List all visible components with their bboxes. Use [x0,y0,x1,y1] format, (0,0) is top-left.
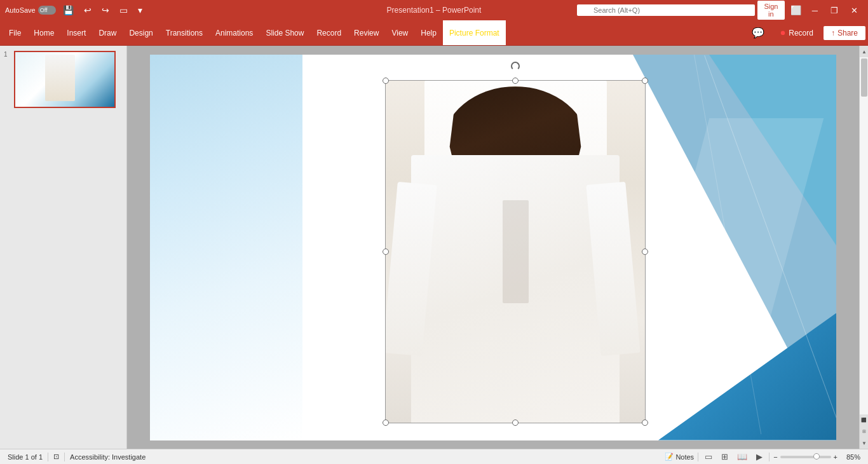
fit-slide-button[interactable]: ⬛ [860,414,869,426]
slide-thumbnail-1[interactable] [14,51,116,108]
autosave-toggle-switch[interactable]: Off [38,6,56,15]
tab-home[interactable]: Home [27,20,60,45]
vertical-scrollbar[interactable]: ▲ ⬛ ⊞ ▼ [859,46,868,449]
handle-bottom-left[interactable] [383,420,389,426]
tab-review[interactable]: Review [348,20,385,45]
handle-bottom-center[interactable] [512,420,519,426]
title-bar-right: 🔍 Sign in ⬜ ─ ❐ ✕ [577,1,863,20]
close-button[interactable]: ✕ [846,4,863,17]
title-text: Presentation1 – PowerPoint [387,6,482,15]
search-wrap: 🔍 [577,4,755,16]
slide-sorter-button[interactable]: ⊞ [719,451,731,462]
thumb-bg [15,52,114,107]
status-separator-3 [698,453,698,461]
autosave-label: AutoSave [5,6,36,14]
tab-record[interactable]: Record [310,20,348,45]
selection-box [385,80,646,423]
autosave-state: Off [38,7,48,13]
notes-label: Notes [675,453,694,461]
scroll-up-arrow[interactable]: ▲ [860,46,868,57]
zoom-in-icon[interactable]: + [834,453,837,461]
slide-thumb-1[interactable]: 1 [4,51,123,108]
ribbon-record-button[interactable]: ⏺ Record [773,29,820,38]
handle-top-right[interactable] [642,78,648,84]
scroll-thumb[interactable] [861,58,867,97]
minimize-button[interactable]: ─ [807,4,823,17]
present-button[interactable]: ▭ [116,4,131,17]
main-area: 1 [0,46,868,449]
slide-bg-left [150,55,302,440]
accessibility-label: Accessibility: Investigate [70,453,146,461]
search-input[interactable] [577,4,755,16]
undo-button[interactable]: ↩ [81,4,95,17]
ribbon-display-button[interactable]: ⬜ [787,4,804,17]
status-bar: Slide 1 of 1 ⊡ Accessibility: Investigat… [0,449,868,464]
window-title: Presentation1 – PowerPoint [291,6,577,15]
save-button[interactable]: 💾 [60,4,77,17]
record-circle-icon: ⏺ [780,29,786,36]
zoom-level[interactable]: 85% [840,453,860,461]
comments-icon[interactable]: 💬 [747,27,770,39]
customize-button[interactable]: ▾ [135,4,146,17]
handle-bottom-right[interactable] [642,420,648,426]
reading-view-button[interactable]: 📖 [735,451,750,462]
handle-middle-right[interactable] [642,249,648,255]
handle-middle-left[interactable] [383,249,389,255]
fit-icon: ⊡ [53,453,59,461]
tab-draw[interactable]: Draw [92,20,123,45]
thumb-figure [45,55,75,101]
zoom-slider-thumb[interactable] [813,453,820,460]
autosave-toggle[interactable]: AutoSave Off [5,6,56,15]
handle-top-left[interactable] [383,78,389,84]
share-icon: ↑ [831,29,835,38]
share-btn-label: Share [837,29,858,38]
tab-slideshow[interactable]: Slide Show [259,20,310,45]
slideshow-view-button[interactable]: ▶ [754,451,765,462]
tab-insert[interactable]: Insert [60,20,92,45]
status-left: Slide 1 of 1 ⊡ Accessibility: Investigat… [8,453,657,461]
tab-view[interactable]: View [385,20,414,45]
scroll-down-arrow[interactable]: ▼ [860,437,868,449]
normal-view-button[interactable]: ▭ [702,451,715,462]
handle-top-center[interactable] [512,78,519,84]
share-button[interactable]: ↑ Share [824,26,865,40]
status-separator-1 [48,453,48,461]
ribbon: File Home Insert Draw Design Transitions… [0,20,868,46]
status-right: 📝 Notes ▭ ⊞ 📖 ▶ − + 85% [665,451,860,462]
selected-image[interactable] [385,80,646,423]
slide-number-1: 1 [4,51,11,58]
ribbon-right: 💬 ⏺ Record ↑ Share [747,20,865,45]
record-btn-label: Record [789,29,813,38]
fit-all-button[interactable]: ⊞ [860,426,869,437]
rotate-handle[interactable] [511,62,520,71]
tab-animations[interactable]: Animations [209,20,259,45]
title-bar: AutoSave Off 💾 ↩ ↪ ▭ ▾ Presentation1 – P… [0,0,868,20]
zoom-area: − + 85% [773,453,860,461]
notes-button[interactable]: 📝 Notes [665,453,694,461]
zoom-slider[interactable] [780,456,831,458]
notes-icon: 📝 [665,453,674,461]
status-separator-2 [64,453,65,461]
tab-file[interactable]: File [3,20,27,45]
tab-design[interactable]: Design [123,20,159,45]
redo-button[interactable]: ↪ [98,4,112,17]
title-bar-left: AutoSave Off 💾 ↩ ↪ ▭ ▾ [5,4,291,17]
tab-transitions[interactable]: Transitions [159,20,209,45]
fit-slide-status[interactable]: ⊡ [53,453,59,461]
slide-info: Slide 1 of 1 [8,453,43,461]
scroll-track[interactable] [860,57,868,414]
canvas-area [127,46,859,449]
tab-help[interactable]: Help [414,20,443,45]
zoom-out-icon[interactable]: − [773,453,777,461]
slide-canvas[interactable] [150,55,836,440]
restore-button[interactable]: ❐ [825,4,843,17]
slide-bg-right [633,55,836,440]
tab-picture-format[interactable]: Picture Format [443,20,506,45]
slide-panel: 1 [0,46,127,449]
signin-button[interactable]: Sign in [757,1,785,20]
status-separator-4 [769,453,770,461]
